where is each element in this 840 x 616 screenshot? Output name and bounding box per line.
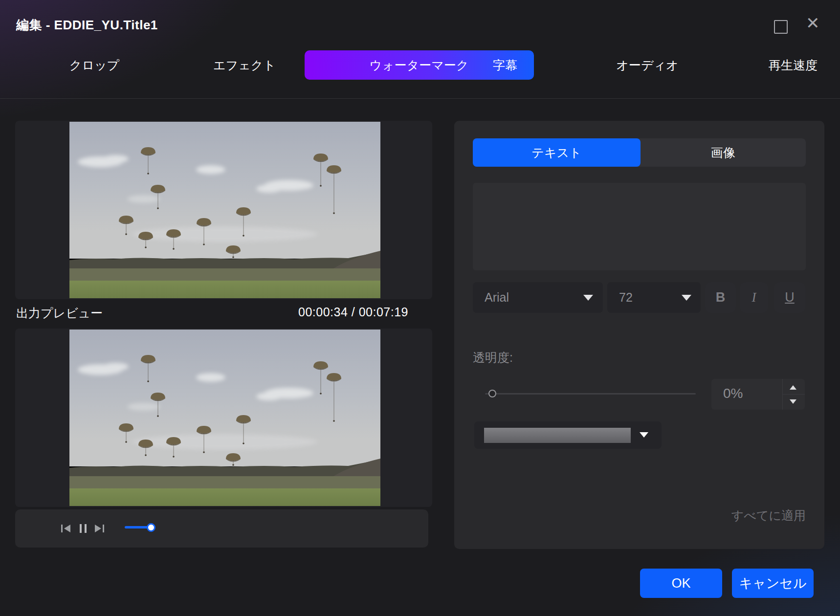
tab-watermark-text[interactable]: テキスト xyxy=(473,138,641,167)
volume-slider-knob[interactable] xyxy=(147,523,155,532)
color-swatch xyxy=(484,428,631,443)
next-frame-icon[interactable] xyxy=(93,522,106,535)
watermark-type-tabstrip: テキスト 画像 xyxy=(473,138,806,167)
italic-button[interactable]: I xyxy=(740,282,768,313)
header-divider xyxy=(0,98,840,99)
tab-play-speed[interactable]: 再生速度 xyxy=(764,50,822,80)
font-color-select[interactable] xyxy=(474,421,662,449)
opacity-label: 透明度: xyxy=(473,350,513,366)
font-size-select[interactable]: 72 xyxy=(607,282,701,313)
spinner-up-icon[interactable] xyxy=(790,385,796,390)
previous-frame-icon[interactable] xyxy=(60,522,72,535)
font-size-value: 72 xyxy=(619,290,633,305)
tab-crop[interactable]: クロップ xyxy=(59,50,130,80)
close-icon[interactable]: ✕ xyxy=(806,15,820,31)
watermark-text-input[interactable] xyxy=(473,183,806,270)
pause-icon[interactable] xyxy=(77,522,89,535)
watermark-panel: テキスト 画像 Arial 72 B I U 透明度: 0% すべてに適用 xyxy=(454,121,824,549)
tab-watermark-image[interactable]: 画像 xyxy=(641,138,806,167)
spinner-down-icon[interactable] xyxy=(790,399,796,404)
tab-subtitle[interactable]: 字幕 xyxy=(490,50,520,80)
output-preview-label: 出力プレビュー xyxy=(16,305,103,321)
chevron-down-icon xyxy=(583,295,593,301)
playback-timestamp: 00:00:34 / 00:07:19 xyxy=(289,305,408,319)
source-video-frame[interactable] xyxy=(69,122,380,298)
output-video-frame[interactable] xyxy=(69,330,380,506)
tab-audio[interactable]: オーディオ xyxy=(612,50,683,80)
font-family-value: Arial xyxy=(485,290,509,305)
chevron-down-icon xyxy=(640,432,648,438)
maximize-button[interactable] xyxy=(774,20,788,34)
chevron-down-icon xyxy=(682,295,691,301)
apply-to-all-link[interactable]: すべてに適用 xyxy=(660,507,806,524)
underline-button[interactable]: U xyxy=(774,282,805,313)
ok-button[interactable]: OK xyxy=(640,569,722,598)
dialog-title: 編集 - EDDIE_YU.Title1 xyxy=(16,17,158,34)
cancel-button[interactable]: キャンセル xyxy=(732,569,814,598)
opacity-value: 0% xyxy=(723,386,743,401)
opacity-slider-track[interactable] xyxy=(485,393,696,395)
opacity-slider-knob[interactable] xyxy=(488,390,496,397)
bold-button[interactable]: B xyxy=(705,282,736,313)
font-family-select[interactable]: Arial xyxy=(473,282,603,313)
opacity-spinner: 0% xyxy=(711,379,805,410)
tab-effect[interactable]: エフェクト xyxy=(209,50,280,80)
tab-watermark[interactable]: ウォーターマーク xyxy=(364,50,474,80)
